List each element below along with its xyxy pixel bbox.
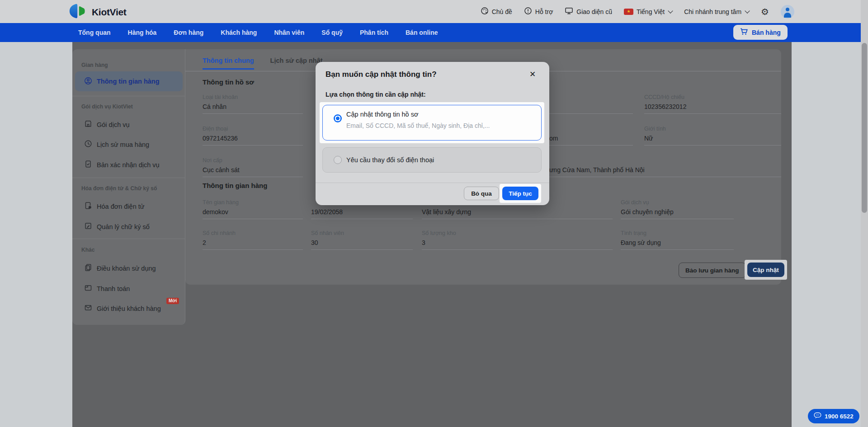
user-avatar[interactable] [781,5,794,19]
sidebar-item-gioi-thieu[interactable]: Giới thiệu khách hàng [84,304,161,313]
brand-name: KiotViet [92,7,127,18]
old-interface-label: Giao diện cũ [576,8,612,15]
terms-icon [84,263,92,273]
field-goi-dich-vu: Gói dịch vụ Gói chuyên nghiệp [621,198,734,219]
sell-button[interactable]: Bán hàng [733,25,788,40]
settings-gear-icon[interactable]: ⚙ [761,7,769,16]
nav-item-don-hang[interactable]: Đơn hàng [174,29,203,36]
kiotviet-logo-icon [69,4,88,20]
sidebar-item-thanh-toan[interactable]: Thanh toán [84,284,130,293]
support-menu-item[interactable]: Hỗ trợ [524,7,553,16]
store-icon [84,120,92,129]
help-icon [524,7,532,16]
sidebar-item-label: Bản xác nhận dịch vụ [97,161,160,169]
branch-selector[interactable]: Chi nhánh trung tâm [684,8,749,15]
kiotviet-logo[interactable]: KiotViet [69,4,127,20]
sidebar-section-khac: Khác [81,247,94,253]
field-so-nhan-vien: Số nhân viên 30 [311,229,413,250]
sidebar-section-gian-hang: Gian hàng [81,62,108,68]
field-dien-thoai: Điện thoại 0972145236 [203,125,303,145]
chevron-down-icon [668,8,673,13]
field-gioi-tinh: Giới tính Nữ [644,125,781,145]
nav-item-nhan-vien[interactable]: Nhân viên [274,29,304,36]
sidebar-item-quan-ly-chu-ky-so[interactable]: Quản lý chữ ký số [84,222,150,231]
radio-unselected-icon[interactable] [334,156,342,164]
monitor-icon [565,7,573,16]
sidebar-item-ban-xac-nhan[interactable]: Bản xác nhận dịch vụ [84,160,160,169]
top-header: KiotViet Chủ đề Hỗ trợ [0,0,868,23]
sidebar-item-hoa-don-dien-tu[interactable]: Hóa đơn điện tử [84,202,144,211]
theme-menu-item[interactable]: Chủ đề [481,7,512,16]
chat-bubble-icon [814,412,821,421]
modal-prompt: Lựa chọn thông tin cần cập nhật: [326,91,426,98]
wallet-icon [84,284,92,293]
sell-button-label: Bán hàng [752,29,781,36]
skip-button[interactable]: Bỏ qua [464,187,499,200]
branch-label: Chi nhánh trung tâm [684,8,741,15]
document-check-icon [84,160,92,169]
close-icon[interactable]: ✕ [528,69,537,80]
nav-item-hang-hoa[interactable]: Hàng hóa [128,29,157,36]
option-update-profile[interactable]: Cập nhật thông tin hồ sơ Email, Số CCCD,… [322,105,542,141]
option-subtitle: Email, Số CCCD, Mã số thuế, Ngày sinh, Đ… [346,122,490,129]
avatar-person-icon [786,8,789,11]
nav-item-tong-quan[interactable]: Tổng quan [78,29,111,36]
sidebar-item-label: Thanh toán [97,285,130,292]
language-selector[interactable]: ★ Tiếng Việt [624,8,672,15]
sidebar-item-label: Giới thiệu khách hàng [97,305,161,312]
new-badge: Mới [166,298,179,304]
field-email-fragment: om [549,125,633,145]
field-hidden-row1 [549,93,633,114]
continue-button[interactable]: Tiếp tục [502,187,538,200]
update-info-modal: Bạn muốn cập nhật thông tin? ✕ Lựa chọn … [316,62,549,205]
sidebar-item-label: Quản lý chữ ký số [97,223,150,230]
modal-footer-divider [316,183,549,183]
sidebar-item-label: Gói dịch vụ [97,121,130,128]
main-nav: Tổng quan Hàng hóa Đơn hàng Khách hàng N… [0,23,868,42]
modal-title: Bạn muốn cập nhật thông tin? [326,70,437,79]
nav-item-ban-online[interactable]: Bán online [406,29,438,36]
sidebar-item-lich-su-mua-hang[interactable]: Lịch sử mua hàng [84,140,149,149]
sidebar-divider [72,96,185,96]
theme-label: Chủ đề [492,8,512,15]
sidebar-item-dieu-khoan[interactable]: Điều khoản sử dụng [84,263,156,273]
tab-lich-su-cap-nhat[interactable]: Lịch sử cập nhật [270,57,323,70]
sidebar-section-goi-dich-vu: Gói dịch vụ KiotViet [81,103,133,110]
cart-icon [740,28,748,37]
radio-selected-icon[interactable] [334,114,342,122]
old-interface-menu-item[interactable]: Giao diện cũ [565,7,612,16]
reserve-store-button[interactable]: Bảo lưu gian hàng [679,263,746,278]
field-dia-chi-fragment: ưng Cửa Nam, Thành phố Hà Nội [549,156,781,177]
field-tinh-trang: Tình trạng Đang sử dụng [621,229,734,250]
user-circle-icon [84,77,92,86]
sidebar-item-label: Hóa đơn điện tử [97,203,144,210]
option-change-phone[interactable]: Yêu cầu thay đổi số điện thoại [322,147,542,173]
field-so-chi-nhanh: Số chi nhánh 2 [203,229,303,250]
nav-item-so-quy[interactable]: Sổ quỹ [321,29,343,36]
update-button[interactable]: Cập nhật [747,263,784,277]
language-label: Tiếng Việt [637,8,665,15]
support-hotline-button[interactable]: 1900 6522 [808,409,859,423]
support-label: Hỗ trợ [535,8,553,15]
field-noi-cap: Nơi cấp Cục cảnh sát [203,156,303,177]
sidebar-divider [72,178,185,178]
hotline-number: 1900 6522 [825,413,854,420]
content-tabs: Thông tin chung Lịch sử cập nhật [203,57,323,70]
sidebar-item-goi-dich-vu[interactable]: Gói dịch vụ [84,120,130,129]
header-menu: Chủ đề Hỗ trợ Giao diện cũ ★ Tiếng Việ [481,0,794,23]
store-section-title: Thông tin gian hàng [203,182,267,189]
sidebar-item-thong-tin-gian-hang[interactable]: Thông tin gian hàng [75,71,183,91]
sidebar-item-label: Lịch sử mua hàng [97,141,149,148]
field-cccd: CCCD/Hộ chiếu 102356232012 [644,93,781,114]
field-loai-tai-khoan: Loại tài khoản Cá nhân [203,93,303,114]
invoice-icon [84,202,92,211]
nav-item-khach-hang[interactable]: Khách hàng [221,29,257,36]
history-icon [84,140,92,149]
tab-thong-tin-chung[interactable]: Thông tin chung [203,57,254,70]
option-title: Cập nhật thông tin hồ sơ [346,111,418,118]
option-title: Yêu cầu thay đổi số điện thoại [346,156,434,164]
nav-item-phan-tich[interactable]: Phân tích [360,29,388,36]
mail-icon [84,304,92,313]
vietnam-flag-icon: ★ [624,9,633,15]
scrollbar-thumb[interactable] [862,43,867,213]
